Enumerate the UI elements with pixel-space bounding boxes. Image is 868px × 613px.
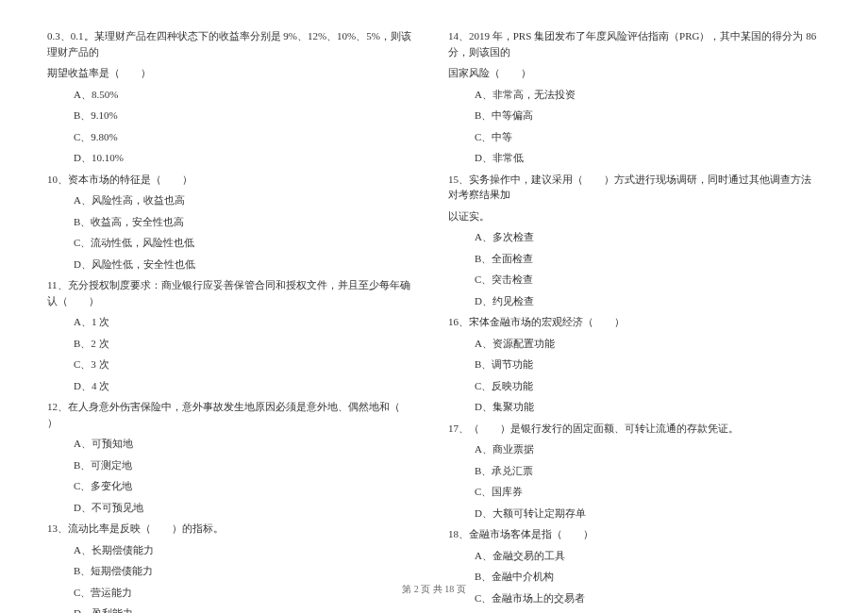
q9-option-b: B、9.10% [47,108,420,124]
q16-option-d: D、集聚功能 [448,399,821,415]
q11-option-a: A、1 次 [47,314,420,330]
q15-option-a: A、多次检查 [448,229,821,245]
q15-stem-line2: 以证实。 [448,208,821,224]
q14-stem-line1: 14、2019 年，PRS 集团发布了年度风险评估指南（PRG），其中某国的得分… [448,28,821,59]
q9-stem-line2: 期望收益率是（ ） [47,65,420,81]
q10-option-b: B、收益高，安全性也高 [47,214,420,230]
q17-option-a: A、商业票据 [448,441,821,457]
q11-option-d: D、4 次 [47,378,420,394]
q18-option-a: A、金融交易的工具 [448,548,821,564]
q10-option-a: A、风险性高，收益也高 [47,192,420,208]
q14-option-c: C、中等 [448,129,821,145]
q10-option-d: D、风险性低，安全性也低 [47,257,420,273]
q14-option-a: A、非常高，无法投资 [448,87,821,103]
q16-option-a: A、资源配置功能 [448,336,821,352]
page-footer: 第 2 页 共 18 页 [0,583,868,596]
q9-stem-line1: 0.3、0.1。某理财产品在四种状态下的收益率分别是 9%、12%、10%、5%… [47,28,420,59]
q18-stem: 18、金融市场客体是指（ ） [448,526,821,542]
q9-option-c: C、9.80% [47,129,420,145]
q17-option-c: C、国库券 [448,484,821,500]
q10-option-c: C、流动性低，风险性也低 [47,235,420,251]
q9-option-d: D、10.10% [47,150,420,166]
q13-option-b: B、短期偿债能力 [47,563,420,579]
page-columns: 0.3、0.1。某理财产品在四种状态下的收益率分别是 9%、12%、10%、5%… [47,28,821,613]
q15-option-b: B、全面检查 [448,251,821,267]
q12-stem: 12、在人身意外伤害保险中，意外事故发生地原因必须是意外地、偶然地和（ ） [47,399,420,430]
q14-option-b: B、中等偏高 [448,108,821,124]
q15-option-c: C、突击检查 [448,272,821,288]
q15-option-d: D、约见检查 [448,293,821,309]
q14-option-d: D、非常低 [448,150,821,166]
q11-stem: 11、充分授权制度要求：商业银行应妥善保管合同和授权文件，并且至少每年确认（ ） [47,277,420,308]
q13-stem: 13、流动比率是反映（ ）的指标。 [47,521,420,537]
q11-option-c: C、3 次 [47,356,420,373]
q16-option-b: B、调节功能 [448,356,821,373]
q14-stem-line2: 国家风险（ ） [448,65,821,81]
q15-stem-line1: 15、实务操作中，建议采用（ ）方式进行现场调研，同时通过其他调查方法对考察结果… [448,172,821,203]
q16-option-c: C、反映功能 [448,378,821,394]
q12-option-a: A、可预知地 [47,436,420,452]
q16-stem: 16、宋体金融市场的宏观经济（ ） [448,314,821,330]
q17-option-d: D、大额可转让定期存单 [448,505,821,522]
right-column: 14、2019 年，PRS 集团发布了年度风险评估指南（PRG），其中某国的得分… [448,28,821,613]
q12-option-c: C、多变化地 [47,478,420,494]
q9-option-a: A、8.50% [47,87,420,103]
q17-stem: 17、（ ）是银行发行的固定面额、可转让流通的存款凭证。 [448,421,821,437]
q13-option-d: D、盈利能力 [47,605,420,613]
q17-option-b: B、承兑汇票 [448,463,821,479]
left-column: 0.3、0.1。某理财产品在四种状态下的收益率分别是 9%、12%、10%、5%… [47,28,420,613]
q10-stem: 10、资本市场的特征是（ ） [47,172,420,188]
q12-option-d: D、不可预见地 [47,500,420,516]
q13-option-a: A、长期偿债能力 [47,542,420,558]
q11-option-b: B、2 次 [47,336,420,352]
q12-option-b: B、可测定地 [47,457,420,473]
